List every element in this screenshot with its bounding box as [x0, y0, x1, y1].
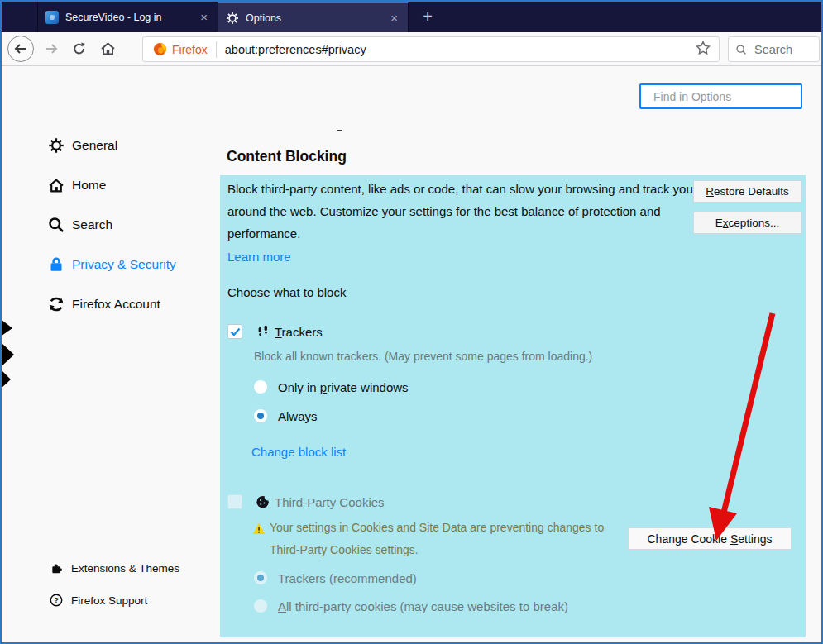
third-party-cookies-label: Third-Party Cookies — [275, 495, 385, 509]
page-title: Content Blocking — [227, 148, 347, 165]
sidebar-item-extensions-themes[interactable]: Extensions & Themes — [49, 552, 179, 584]
find-in-options-input[interactable] — [653, 90, 803, 103]
warning-icon — [252, 522, 266, 535]
sidebar-item-label: Extensions & Themes — [71, 562, 179, 575]
search-icon — [47, 217, 65, 233]
tab-title: Options — [246, 12, 388, 24]
sidebar-item-search[interactable]: Search — [47, 205, 112, 245]
sidebar-item-general[interactable]: General — [47, 126, 117, 165]
choose-what-to-block-label: Choose what to block — [227, 285, 346, 299]
url-text[interactable]: about:preferences#privacy — [225, 43, 696, 56]
always-label[interactable]: Always — [278, 409, 318, 423]
learn-more-link[interactable]: Learn more — [227, 250, 291, 264]
tab-bar: SecureVideo - Log in × Options × + — [2, 2, 821, 32]
new-tab-button[interactable]: + — [414, 2, 442, 32]
firefox-logo-icon — [153, 42, 167, 56]
lock-icon — [47, 256, 65, 273]
search-icon — [735, 44, 747, 55]
url-bar[interactable]: Firefox about:preferences#privacy — [142, 36, 720, 62]
only-private-windows-label[interactable]: Only in private windows — [278, 380, 409, 394]
change-block-list-link[interactable]: Change block list — [251, 445, 346, 459]
find-in-options-box[interactable] — [639, 83, 802, 109]
trackers-label[interactable]: Trackers — [275, 325, 323, 339]
sync-icon — [47, 296, 65, 312]
reload-icon[interactable] — [66, 36, 93, 62]
browser-search-box[interactable] — [728, 36, 820, 62]
tab-securevideo[interactable]: SecureVideo - Log in × — [37, 2, 218, 32]
gear-icon — [226, 12, 239, 25]
cookies-trackers-radio — [254, 571, 267, 584]
stray-dash-mark — [337, 130, 342, 131]
content-blocking-description: Block third-party content, like ads or c… — [227, 178, 706, 245]
cookies-warning-line1: Your settings in Cookies and Site Data a… — [270, 521, 604, 534]
cookies-all-label: All third-party cookies (may cause websi… — [278, 599, 568, 613]
trackers-checkbox[interactable] — [227, 324, 242, 339]
svg-text:?: ? — [54, 596, 59, 604]
sidebar-item-label: Search — [72, 217, 112, 232]
sidebar-item-privacy-security[interactable]: Privacy & Security — [47, 245, 176, 284]
sidebar-item-label: Home — [72, 178, 106, 193]
content-blocking-panel: Block third-party content, like ads or c… — [220, 175, 806, 637]
firefox-brand-label: Firefox — [172, 43, 208, 56]
home-icon[interactable] — [94, 36, 121, 62]
close-tab-icon[interactable]: × — [388, 11, 400, 25]
sidebar-item-label: General — [72, 138, 117, 153]
sidebar-item-label: Privacy & Security — [72, 257, 176, 272]
exceptions-button[interactable]: Exceptions... — [693, 212, 801, 234]
sidebar-item-firefox-account[interactable]: Firefox Account — [47, 284, 160, 324]
sidebar-item-label: Firefox Support — [71, 594, 147, 607]
help-question-icon: ? — [49, 594, 64, 607]
cookies-trackers-label: Trackers (recommended) — [278, 571, 417, 585]
restore-defaults-button[interactable]: Restore Defaults — [693, 180, 801, 203]
browser-search-input[interactable] — [753, 42, 806, 57]
radio-selected-dot — [257, 575, 264, 581]
trackers-footprints-icon — [256, 324, 270, 339]
bookmark-star-icon[interactable] — [696, 41, 711, 59]
cookies-all-radio — [254, 599, 267, 613]
cookie-icon — [256, 494, 270, 509]
trackers-description: Block all known trackers. (May prevent s… — [254, 350, 592, 363]
third-party-cookies-checkbox — [227, 494, 242, 509]
tab-title: SecureVideo - Log in — [65, 12, 198, 23]
radio-selected-dot — [257, 413, 264, 419]
home-icon — [47, 178, 65, 193]
always-radio[interactable] — [254, 409, 267, 422]
browser-window: SecureVideo - Log in × Options × + Firef… — [0, 0, 823, 644]
puzzle-piece-icon — [49, 562, 64, 575]
sidebar-item-home[interactable]: Home — [47, 165, 106, 205]
cookies-warning-line2: Third-Party Cookies settings. — [270, 543, 419, 556]
gear-icon — [47, 137, 65, 154]
change-cookie-settings-button[interactable]: Change Cookie Settings — [628, 527, 792, 550]
tab-options[interactable]: Options × — [218, 2, 409, 32]
urlbar-divider — [216, 41, 217, 58]
firefox-brand-badge: Firefox — [143, 42, 216, 56]
close-tab-icon[interactable]: × — [198, 10, 210, 24]
securevideo-favicon — [45, 11, 59, 24]
checkmark-icon — [230, 327, 241, 336]
back-button[interactable] — [7, 36, 34, 62]
forward-button[interactable] — [38, 36, 65, 62]
only-private-windows-radio[interactable] — [254, 380, 267, 394]
sidebar-item-firefox-support[interactable]: ? Firefox Support — [49, 584, 147, 616]
sidebar-item-label: Firefox Account — [72, 297, 160, 312]
